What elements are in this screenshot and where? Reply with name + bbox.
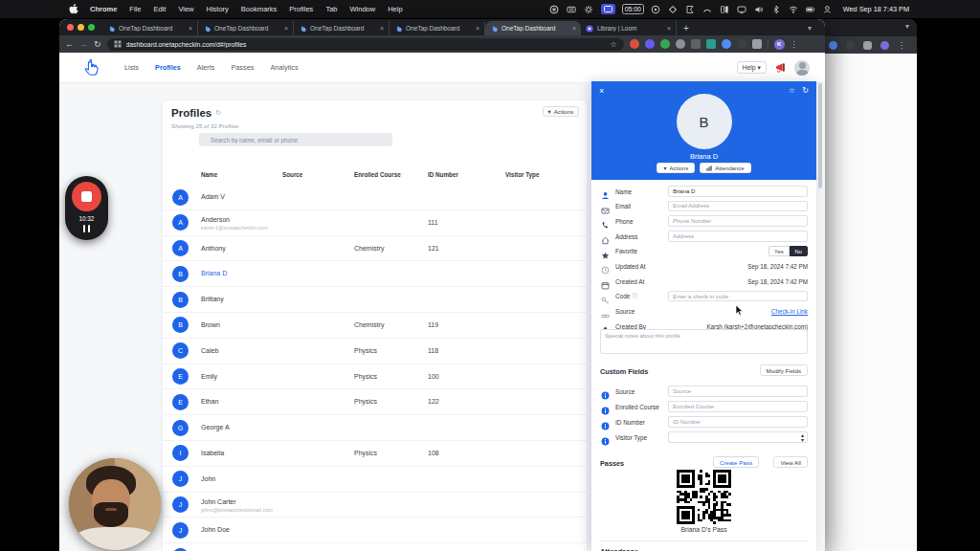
table-row[interactable]: BBrittany [163,287,587,313]
code-input[interactable] [668,291,808,302]
close-tab-icon[interactable]: × [476,25,479,32]
dark-square-extension-icon[interactable] [691,39,701,49]
address-bar[interactable]: dashboard.onetapcheckin.com/d#/profiles … [107,38,624,51]
sync-icon[interactable]: ↻ [215,109,221,117]
modify-fields-button[interactable]: Modify Fields [760,364,808,376]
gear-status-icon[interactable] [584,4,594,14]
close-tab-icon[interactable]: × [572,25,576,32]
close-tab-icon[interactable]: × [380,25,384,32]
row-name[interactable]: Ethan [201,398,218,405]
column-visitor[interactable]: Visitor Type [505,171,539,178]
profile-actions-button[interactable]: ▾Actions [657,163,695,173]
menu-item-history[interactable]: History [207,5,229,13]
dark-circle-extension-icon[interactable] [737,39,746,49]
row-name[interactable]: Anderson [201,216,230,223]
flag-status-icon[interactable] [685,4,696,14]
table-row[interactable]: J [163,543,587,551]
close-tab-icon[interactable]: × [189,25,192,32]
table-row[interactable]: AAdam V [163,185,587,210]
webcam-bubble[interactable] [69,458,161,550]
account-avatar[interactable] [794,60,810,76]
row-name[interactable]: John [201,475,215,482]
table-row[interactable]: AAnthonyChemistry121 [163,236,587,262]
table-row[interactable]: EEthanPhysics122 [163,389,587,415]
colorwheel-extension-icon[interactable] [630,39,639,49]
chrome-menu-icon[interactable]: ⋮ [898,41,905,50]
menu-item-profiles[interactable]: Profiles [289,5,313,13]
address-input[interactable] [668,231,808,242]
dark-circle-extension-icon[interactable] [846,41,855,50]
column-name[interactable]: Name [201,171,217,178]
tab-4[interactable]: OneTap Dashboard× [390,21,485,35]
wifi-status-icon[interactable] [789,4,799,14]
enrolled-course-input[interactable] [668,401,808,412]
forward-button[interactable]: → [79,40,88,49]
table-row[interactable]: BBrownChemistry119 [163,313,587,339]
close-window-button[interactable] [67,24,74,31]
row-name[interactable]: Brown [201,321,220,328]
menu-item-bookmarks[interactable]: Bookmarks [241,5,278,13]
stop-recording-button[interactable] [72,182,101,211]
nav-item-analytics[interactable]: Analytics [270,63,298,72]
volume-status-icon[interactable] [754,4,765,14]
checkin-link[interactable]: Check-in Link [771,308,808,315]
bookmark-star-icon[interactable]: ☆ [610,40,616,49]
profile-avatar[interactable]: K [774,39,785,50]
menu-item-edit[interactable]: Edit [153,5,166,13]
keyboard-status-icon[interactable] [567,4,577,14]
row-name[interactable]: John Doe [201,526,230,533]
row-name[interactable]: Emily [201,373,217,380]
row-name[interactable]: Brittany [201,296,224,302]
arc-extension-icon[interactable] [829,41,837,50]
toggle-yes[interactable]: Yes [768,246,789,256]
table-row[interactable]: AAndersonkarsh-1@onetapcheckin.com111 [163,210,587,236]
table-row[interactable]: EEmilyPhysics100 [163,364,587,390]
tab-6[interactable]: Library | Loom× [581,21,677,35]
nav-item-profiles[interactable]: Profiles [155,63,181,72]
arc-extension-icon[interactable] [722,39,731,49]
onetap-logo[interactable] [82,58,100,77]
minimize-window-button[interactable] [78,24,84,31]
back-button[interactable]: ← [65,40,74,49]
window-tiles-status-icon[interactable] [720,4,730,14]
puzzle-extensions-icon[interactable] [863,41,872,50]
row-name[interactable]: Briana D [201,270,227,276]
reload-button[interactable]: ↻ [94,40,101,49]
menu-bar-clock[interactable]: Wed Sep 18 7:43 PM [843,5,909,13]
gray-extension-icon[interactable] [676,39,685,49]
chrome-menu-icon[interactable]: ⋮ [791,40,798,49]
table-row[interactable]: JJohn Doe [163,518,587,543]
tab-1[interactable]: OneTap Dashboard× [102,21,198,35]
nav-item-lists[interactable]: Lists [124,63,139,72]
profile-avatar[interactable] [880,41,889,50]
list-actions-button[interactable]: ▾Actions [543,106,579,117]
fast-user-switch-icon[interactable] [823,4,834,14]
row-name[interactable]: Adam V [201,193,225,200]
close-tab-icon[interactable]: × [284,25,288,32]
name-input[interactable] [668,186,808,197]
table-row[interactable]: BBriana D [163,261,587,287]
row-name[interactable]: John Carter [201,498,236,505]
table-row[interactable]: CCalebPhysics118 [163,339,587,364]
battery-status-icon[interactable] [806,4,816,14]
new-tab-button[interactable]: + [683,23,689,33]
phone-input[interactable] [668,215,808,227]
search-input[interactable] [199,133,392,146]
menu-item-file[interactable]: File [129,5,141,13]
loom-extension-icon[interactable] [645,39,655,49]
table-row[interactable]: IIsabellaPhysics108 [163,441,587,467]
help-button[interactable]: Help▾ [737,61,767,74]
column-course[interactable]: Enrolled Course [354,171,401,178]
diamond-status-icon[interactable] [668,4,679,14]
tab-5[interactable]: OneTap Dashboard× [485,21,581,35]
nav-item-alerts[interactable]: Alerts [197,63,215,72]
nav-item-passes[interactable]: Passes [231,63,254,72]
teal-square-extension-icon[interactable] [706,39,716,49]
arc-status-icon[interactable] [702,4,713,14]
url-text[interactable]: dashboard.onetapcheckin.com/d#/profiles [126,41,606,48]
menu-item-tab[interactable]: Tab [325,5,337,13]
pause-recording-button[interactable] [65,225,108,232]
menu-item-chrome[interactable]: Chrome [90,5,117,13]
timer-countdown[interactable]: 05:00 [622,4,644,14]
email-input[interactable] [668,201,808,212]
